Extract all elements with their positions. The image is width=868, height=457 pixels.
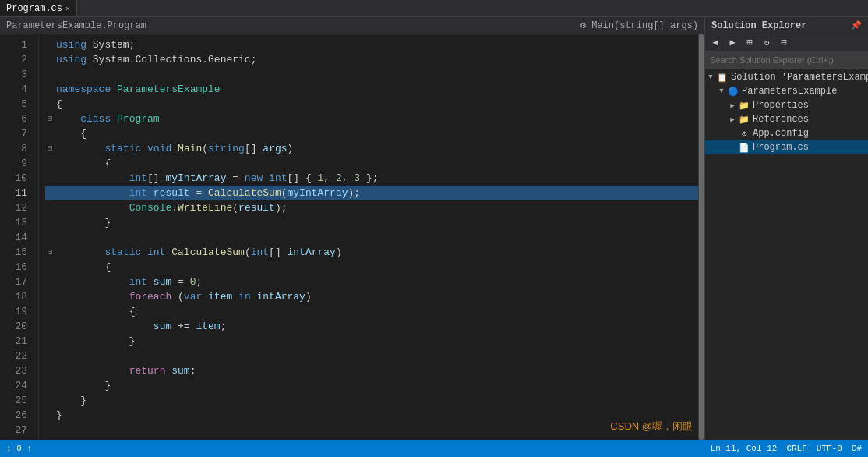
- status-language: C#: [852, 444, 862, 453]
- se-refresh-btn[interactable]: ↻: [760, 36, 774, 50]
- token-plain: }: [56, 408, 62, 423]
- tree-arrow-icon[interactable]: ▼: [716, 86, 727, 97]
- token-plain: .: [171, 200, 178, 215]
- se-back-btn[interactable]: ◀: [708, 36, 722, 50]
- token-plain: [147, 186, 153, 200]
- token-plain: []: [269, 245, 287, 260]
- editor-container: ParametersExample.Program ⚙ Main(string[…: [0, 17, 704, 440]
- code-line: [45, 423, 698, 438]
- tab-program-cs[interactable]: Program.cs ✕: [0, 0, 77, 16]
- token-plain: [141, 141, 147, 156]
- token-number: 0: [190, 275, 196, 289]
- line-number: 1: [0, 37, 32, 52]
- tree-item-appconfig[interactable]: ⚙App.config: [705, 126, 868, 140]
- tree-arrow-icon[interactable]: [727, 142, 738, 153]
- code-line: ⊟ static void Main(string[] args): [45, 141, 698, 156]
- token-plain: {: [129, 304, 136, 319]
- tree-item-project[interactable]: ▼🔵ParametersExample: [705, 84, 868, 98]
- token-plain: };: [360, 171, 378, 186]
- token-plain: [251, 289, 257, 304]
- collapse-icon[interactable]: ⊟: [45, 144, 55, 154]
- se-forward-btn[interactable]: ▶: [725, 36, 739, 50]
- code-editor[interactable]: 1234567891011121314151617181920212223242…: [0, 34, 704, 440]
- line-number: 5: [0, 97, 32, 112]
- token-kw-type: int: [147, 245, 165, 260]
- token-variable: sum: [171, 363, 189, 378]
- breadcrumb: ParametersExample.Program ⚙ Main(string[…: [0, 17, 704, 34]
- token-plain: [147, 275, 153, 289]
- token-method: WriteLine: [178, 200, 232, 215]
- tree-arrow-icon[interactable]: ▼: [705, 72, 716, 83]
- token-plain: ,: [342, 171, 355, 186]
- indent: [56, 215, 104, 230]
- status-line-ending: CRLF: [786, 444, 806, 453]
- token-plain: {: [104, 156, 111, 171]
- token-plain: []: [147, 171, 165, 186]
- scroll-indicator[interactable]: [698, 34, 704, 440]
- tree-item-programcs[interactable]: 📄Program.cs: [705, 140, 868, 154]
- status-right: Ln 11, Col 12 CRLF UTF-8 C#: [711, 444, 862, 453]
- token-plain: {: [80, 126, 86, 141]
- token-class-name: Console: [129, 200, 172, 215]
- collapse-icon[interactable]: ⊟: [45, 248, 55, 257]
- token-plain: {: [104, 260, 111, 275]
- tree-item-properties[interactable]: ▶📁Properties: [705, 98, 868, 112]
- indent: [56, 275, 129, 289]
- code-line: [45, 230, 698, 245]
- tree-arrow-icon[interactable]: ▶: [727, 114, 738, 125]
- line-number: 6: [0, 112, 32, 126]
- line-number: 17: [0, 275, 32, 289]
- token-namespace-name: ParametersExample: [117, 82, 221, 97]
- tree-arrow-icon[interactable]: ▶: [727, 100, 738, 111]
- code-line: [45, 67, 698, 82]
- token-plain: (: [245, 245, 251, 260]
- token-plain: ): [288, 141, 294, 156]
- token-kw-flow: return: [129, 363, 166, 378]
- tree-item-references[interactable]: ▶📁References: [705, 112, 868, 126]
- tree-file-icon: ⚙: [738, 127, 750, 140]
- line-number: 13: [0, 215, 32, 230]
- token-variable: item: [196, 319, 220, 334]
- tab-close-icon[interactable]: ✕: [65, 4, 70, 13]
- token-class-name: Program: [117, 112, 160, 126]
- app-container: Program.cs ✕ ParametersExample.Program ⚙…: [0, 0, 868, 457]
- tree-item-label: ParametersExample: [742, 86, 837, 97]
- token-kw-type: int: [251, 245, 269, 260]
- token-plain: ): [336, 245, 342, 260]
- se-pin-icon[interactable]: 📌: [851, 20, 862, 30]
- code-line: {: [45, 97, 698, 112]
- indent: [56, 245, 104, 260]
- se-collapse-btn[interactable]: ⊟: [777, 36, 791, 50]
- code-content[interactable]: using System;using System.Collections.Ge…: [39, 34, 698, 440]
- token-plain: [] {: [287, 171, 317, 186]
- se-title: Solution Explorer: [711, 20, 806, 31]
- token-variable: sum: [153, 319, 171, 334]
- line-number: 26: [0, 408, 32, 423]
- indent: [56, 334, 129, 349]
- tree-item-solution[interactable]: ▼📋Solution 'ParametersExample': [705, 70, 868, 84]
- code-line: ⊟ static int CalculateSum(int[] intArray…: [45, 245, 698, 260]
- code-line: {: [45, 156, 698, 171]
- token-plain: [165, 363, 171, 378]
- token-kw: static: [104, 141, 141, 156]
- line-number: 21: [0, 334, 32, 349]
- token-method: CalculateSum: [208, 186, 281, 200]
- token-variable: intArray: [288, 245, 336, 260]
- se-properties-btn[interactable]: ⊞: [743, 36, 757, 50]
- token-plain: }: [129, 334, 136, 349]
- se-header-buttons: 📌: [851, 20, 862, 30]
- tree-arrow-icon[interactable]: [727, 128, 738, 139]
- token-kw: in: [238, 289, 251, 304]
- token-plain: [263, 171, 269, 186]
- breadcrumb-left: ParametersExample.Program: [6, 20, 146, 31]
- tree-file-icon: 📄: [738, 141, 750, 154]
- token-plain: =: [171, 275, 189, 289]
- tree-file-icon: 🔵: [727, 85, 739, 97]
- se-search-input[interactable]: [710, 55, 863, 65]
- collapse-icon[interactable]: ⊟: [45, 115, 55, 124]
- solution-explorer: Solution Explorer 📌 ◀ ▶ ⊞ ↻ ⊟ ▼📋Solution…: [704, 17, 868, 440]
- status-encoding: UTF-8: [817, 444, 842, 453]
- line-number: 14: [0, 230, 32, 245]
- token-plain: []: [245, 141, 263, 156]
- line-number: 12: [0, 200, 32, 215]
